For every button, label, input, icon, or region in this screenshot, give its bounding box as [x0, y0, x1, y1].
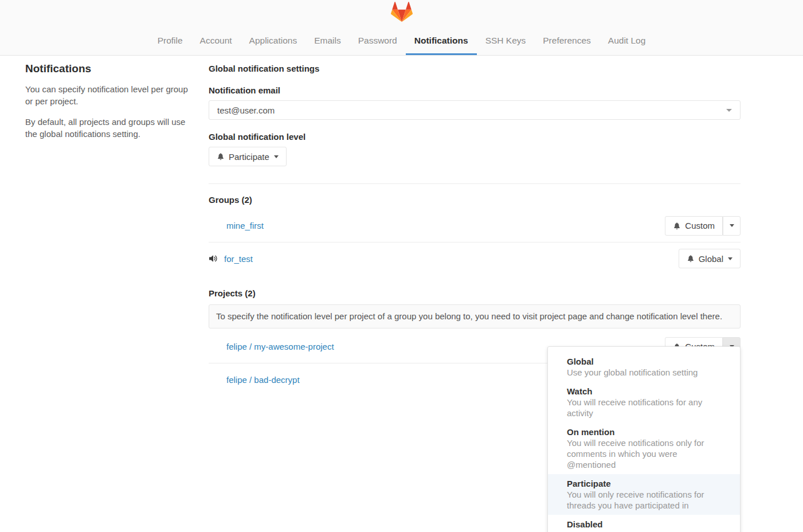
dropdown-item-description: You will only receive notifications for … — [567, 489, 728, 511]
tab-applications[interactable]: Applications — [241, 28, 306, 55]
tab-password[interactable]: Password — [350, 28, 406, 55]
caret-down-icon — [728, 257, 733, 260]
gitlab-tanuki-icon — [391, 1, 413, 23]
sidebar-paragraph-1: You can specify notification level per g… — [25, 83, 197, 107]
dropdown-item-description: You will receive notifications for any a… — [567, 397, 728, 418]
group-for-test-level-value: Global — [699, 254, 723, 264]
content-area: Notifications You can specify notificati… — [0, 56, 803, 396]
group-level-split-button: Custom — [665, 216, 741, 236]
tab-audit-log[interactable]: Audit Log — [600, 28, 655, 55]
divider — [209, 183, 741, 184]
group-mine-first-level-button[interactable]: Custom — [665, 216, 723, 236]
global-level-label: Global notification level — [209, 132, 741, 142]
dropdown-item-participate[interactable]: Participate You will only receive notifi… — [548, 474, 740, 515]
chevron-down-icon — [726, 109, 732, 112]
sidebar-description: Notifications You can specify notificati… — [0, 56, 209, 396]
global-level-value: Participate — [229, 152, 269, 162]
group-mine-first-level-value: Custom — [685, 221, 715, 230]
tab-notifications[interactable]: Notifications — [406, 28, 477, 55]
group-row-for-test: for_test Global — [209, 242, 741, 275]
notification-email-value: test@user.com — [217, 105, 726, 115]
dropdown-item-label: Watch — [567, 386, 728, 397]
dropdown-item-disabled[interactable]: Disabled You will not get any notificati… — [548, 515, 740, 532]
dropdown-item-on-mention[interactable]: On mention You will receive notification… — [548, 423, 740, 474]
tab-account[interactable]: Account — [191, 28, 241, 55]
groups-list: mine_first Custom — [209, 209, 741, 275]
group-link-for-test[interactable]: for_test — [224, 254, 253, 264]
group-row-mine-first: mine_first Custom — [209, 209, 741, 242]
caret-down-icon — [730, 224, 734, 227]
notifications-settings-page: Profile Account Applications Emails Pass… — [0, 0, 803, 532]
sidebar-paragraph-2: By default, all projects and groups will… — [25, 116, 197, 140]
global-settings-heading: Global notification settings — [209, 64, 741, 73]
tab-ssh-keys[interactable]: SSH Keys — [477, 28, 535, 55]
caret-down-icon — [274, 155, 279, 158]
dropdown-item-label: Global — [567, 356, 728, 367]
notification-level-dropdown: Global Use your global notification sett… — [547, 346, 741, 532]
projects-heading: Projects (2) — [209, 288, 741, 298]
dropdown-item-description: You will receive notifications only for … — [567, 437, 728, 470]
project-link-my-awesome-project[interactable]: felipe / my-awesome-project — [226, 342, 334, 351]
dropdown-item-label: On mention — [567, 427, 728, 437]
group-mine-first-level-caret-button[interactable] — [723, 216, 741, 236]
tab-emails[interactable]: Emails — [305, 28, 350, 55]
groups-heading: Groups (2) — [209, 195, 741, 205]
notification-email-label: Notification email — [209, 85, 741, 95]
page-title: Notifications — [25, 62, 197, 75]
bell-icon — [673, 222, 681, 230]
dropdown-item-watch[interactable]: Watch You will receive notifications for… — [548, 382, 740, 423]
bell-icon — [687, 255, 695, 263]
tab-profile[interactable]: Profile — [149, 28, 191, 55]
settings-nav: Profile Account Applications Emails Pass… — [149, 23, 655, 55]
project-link-bad-decrypt[interactable]: felipe / bad-decrypt — [226, 375, 300, 385]
global-level-button[interactable]: Participate — [209, 147, 287, 166]
profile-settings-header: Profile Account Applications Emails Pass… — [0, 0, 803, 56]
bell-icon — [217, 152, 225, 161]
dropdown-item-description: Use your global notification setting — [567, 367, 728, 378]
group-for-test-level-button[interactable]: Global — [679, 249, 741, 268]
gitlab-logo[interactable] — [391, 1, 413, 23]
group-link-mine-first[interactable]: mine_first — [226, 221, 264, 230]
dropdown-item-description: You will not get any notifications via e… — [567, 530, 728, 532]
dropdown-item-global[interactable]: Global Use your global notification sett… — [548, 352, 740, 382]
notification-email-select[interactable]: test@user.com — [209, 100, 741, 120]
volume-up-icon — [209, 254, 218, 263]
settings-form: Global notification settings Notificatio… — [209, 56, 741, 396]
tab-preferences[interactable]: Preferences — [534, 28, 600, 55]
projects-notice: To specify the notification level per pr… — [209, 304, 741, 328]
dropdown-item-label: Disabled — [567, 519, 728, 530]
dropdown-item-label: Participate — [567, 478, 728, 489]
